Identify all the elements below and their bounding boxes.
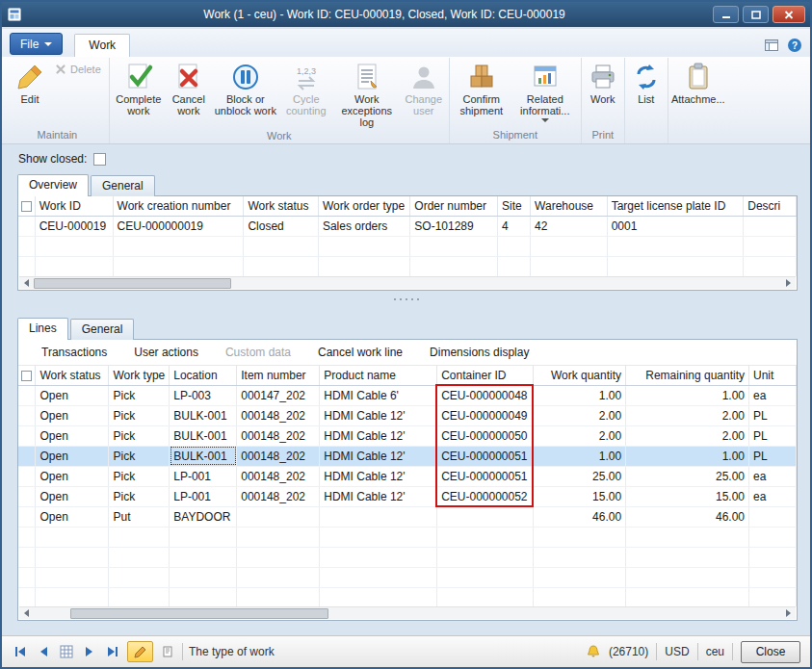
cell-product-name[interactable]: HDMI Cable 12' <box>320 466 437 486</box>
cell-product-name[interactable]: HDMI Cable 12' <box>320 405 437 425</box>
cell-item-number[interactable]: 000147_202 <box>237 385 320 405</box>
select-all-checkbox[interactable] <box>21 371 32 381</box>
edit-mode-toggle-button[interactable] <box>127 641 153 662</box>
tab-lines[interactable]: Lines <box>17 318 68 340</box>
cell-work-status[interactable]: Open <box>36 405 109 425</box>
col-item-number[interactable]: Item number <box>237 366 320 385</box>
cell-work-quantity[interactable]: 46.00 <box>534 506 626 527</box>
col-work-creation-number[interactable]: Work creation number <box>113 196 244 216</box>
cell-work-status[interactable]: Open <box>36 446 109 466</box>
table-row[interactable]: Open Put BAYDOOR 46.00 46.00 <box>18 506 797 527</box>
cell-container-id[interactable]: CEU-000000050 <box>437 425 534 446</box>
cell-target-license-plate-id[interactable]: 0001 <box>607 216 744 236</box>
table-row-selected[interactable]: Open Pick BULK-001 000148_202 HDMI Cable… <box>18 446 797 466</box>
scroll-right-button[interactable] <box>781 277 796 290</box>
table-row[interactable]: Open Pick BULK-001 000148_202 HDMI Cable… <box>18 405 797 425</box>
cell-product-name[interactable]: HDMI Cable 12' <box>320 425 437 446</box>
work-exceptions-log-button[interactable]: Work exceptions log <box>333 58 401 129</box>
next-record-button[interactable] <box>81 643 98 660</box>
cell-unit[interactable]: PL <box>749 425 797 446</box>
cell-work-type[interactable]: Pick <box>109 425 170 446</box>
tab-overview[interactable]: Overview <box>17 174 89 196</box>
scrollbar-thumb[interactable] <box>34 278 231 289</box>
cell-work-status[interactable]: Open <box>36 385 109 405</box>
delete-button[interactable]: Delete <box>52 58 107 76</box>
col-work-type[interactable]: Work type <box>109 366 170 385</box>
show-closed-checkbox[interactable] <box>93 153 106 166</box>
tab-work-ribbon[interactable]: Work <box>74 34 130 57</box>
horizontal-scrollbar[interactable] <box>19 276 796 289</box>
col-order-number[interactable]: Order number <box>410 196 498 216</box>
dimensions-display-button[interactable]: Dimensions display <box>430 346 529 359</box>
col-warehouse[interactable]: Warehouse <box>531 196 608 216</box>
cell-unit[interactable]: PL <box>749 446 797 466</box>
row-selector-cell[interactable] <box>18 506 36 527</box>
cell-remaining-quantity[interactable]: 1.00 <box>626 446 749 466</box>
col-description[interactable]: Descri <box>744 196 797 216</box>
transactions-button[interactable]: Transactions <box>41 346 107 359</box>
help-icon[interactable]: ? <box>787 38 802 53</box>
cell-location[interactable]: BULK-001 <box>170 405 237 425</box>
cell-product-name[interactable]: HDMI Cable 12' <box>320 446 437 466</box>
cell-warehouse[interactable]: 42 <box>531 216 608 236</box>
cell-item-number[interactable]: 000148_202 <box>237 486 320 506</box>
cell-remaining-quantity[interactable]: 46.00 <box>626 506 749 527</box>
cell-product-name[interactable] <box>320 506 437 527</box>
cell-work-quantity[interactable]: 1.00 <box>534 385 626 405</box>
row-selector-cell[interactable] <box>18 405 36 425</box>
cell-remaining-quantity[interactable]: 15.00 <box>626 486 749 506</box>
cell-work-quantity[interactable]: 2.00 <box>534 405 626 425</box>
notification-bell-icon[interactable] <box>586 644 601 659</box>
table-row[interactable]: Open Pick LP-001 000148_202 HDMI Cable 1… <box>18 466 797 486</box>
col-work-quantity[interactable]: Work quantity <box>534 366 626 385</box>
table-row[interactable]: Open Pick BULK-001 000148_202 HDMI Cable… <box>18 425 797 446</box>
cell-unit[interactable]: ea <box>749 466 797 486</box>
cell-work-type[interactable]: Pick <box>109 446 170 466</box>
cell-location[interactable]: LP-003 <box>170 385 237 405</box>
cell-order-number[interactable]: SO-101289 <box>410 216 498 236</box>
cell-location[interactable]: BULK-001 <box>170 425 237 446</box>
col-unit[interactable]: Unit <box>749 366 797 385</box>
cell-container-id[interactable]: CEU-000000051 <box>437 446 534 466</box>
cell-container-id[interactable]: CEU-000000048 <box>437 385 534 405</box>
cell-container-id[interactable]: CEU-000000049 <box>437 405 534 425</box>
col-target-license-plate-id[interactable]: Target license plate ID <box>607 196 744 216</box>
cell-work-quantity[interactable]: 25.00 <box>534 466 626 486</box>
row-selector-cell[interactable] <box>18 425 36 446</box>
tab-general-lines[interactable]: General <box>70 319 135 340</box>
cell-site[interactable]: 4 <box>498 216 531 236</box>
cell-work-type[interactable]: Pick <box>109 405 170 425</box>
col-remaining-quantity[interactable]: Remaining quantity <box>626 366 749 385</box>
row-selector-cell[interactable] <box>18 446 36 466</box>
related-information-button[interactable]: Related informati... <box>511 58 579 123</box>
table-row[interactable]: Open Pick LP-003 000147_202 HDMI Cable 6… <box>18 385 797 405</box>
user-actions-button[interactable]: User actions <box>134 346 198 359</box>
complete-work-button[interactable]: Complete work <box>112 58 166 117</box>
layout-toggle-icon[interactable] <box>764 38 779 53</box>
cell-product-name[interactable]: HDMI Cable 12' <box>320 486 437 506</box>
cancel-work-button[interactable]: Cancel work <box>166 58 212 117</box>
cycle-counting-button[interactable]: 1,2,3 Cycle counting <box>279 58 333 117</box>
col-container-id[interactable]: Container ID <box>437 366 534 385</box>
cell-work-status[interactable]: Open <box>36 506 109 527</box>
cell-item-number[interactable] <box>237 506 320 527</box>
col-site[interactable]: Site <box>498 196 531 216</box>
col-work-order-type[interactable]: Work order type <box>318 196 409 216</box>
cell-work-type[interactable]: Pick <box>109 385 170 405</box>
row-selector-cell[interactable] <box>18 216 35 236</box>
cell-item-number[interactable]: 000148_202 <box>237 405 320 425</box>
attachments-button[interactable]: Attachme... <box>670 58 726 106</box>
cell-item-number[interactable]: 000148_202 <box>237 425 320 446</box>
attachment-button[interactable] <box>159 643 176 660</box>
grid-view-button[interactable] <box>58 643 75 660</box>
cell-unit[interactable]: ea <box>749 486 797 506</box>
cell-work-type[interactable]: Pick <box>109 466 170 486</box>
cell-work-order-type[interactable]: Sales orders <box>318 216 409 236</box>
cell-work-quantity[interactable]: 2.00 <box>534 425 626 446</box>
cell-work-type[interactable]: Put <box>109 506 170 527</box>
cell-unit[interactable]: PL <box>749 405 797 425</box>
cell-work-id[interactable]: CEU-000019 <box>35 216 113 236</box>
scroll-left-button[interactable] <box>19 277 34 290</box>
scrollbar-thumb[interactable] <box>70 608 328 619</box>
titlebar[interactable]: Work (1 - ceu) - Work ID: CEU-000019, Cl… <box>2 2 810 27</box>
